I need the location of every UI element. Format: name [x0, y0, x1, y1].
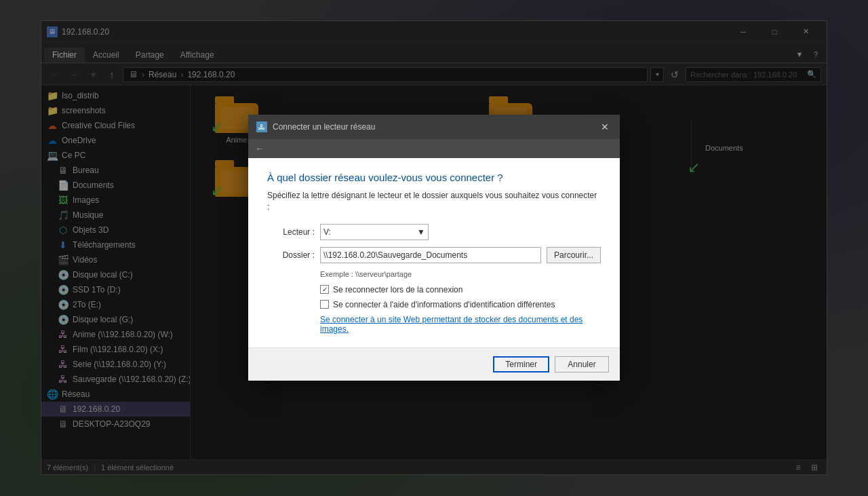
select-chevron-icon: ▼ [417, 227, 425, 237]
lecteur-select[interactable]: V: ▼ [320, 224, 429, 240]
checkbox1-label: Se reconnecter lors de la connexion [333, 285, 462, 294]
dialog-heading: À quel dossier réseau voulez-vous vous c… [267, 172, 601, 183]
dialog-back-button[interactable]: ← [254, 142, 266, 155]
explorer-window: 🖥 192.168.0.20 ─ □ ✕ Fichier Accueil Par… [41, 20, 827, 475]
parcourir-button[interactable]: Parcourir... [547, 247, 601, 263]
dialog-nav: ← [248, 139, 620, 158]
dialog-titlebar: 🖧 Connecter un lecteur réseau ✕ [248, 115, 620, 139]
checkbox1-row: Se reconnecter lors de la connexion [320, 285, 601, 294]
terminer-label: Terminer [505, 360, 537, 369]
terminer-button[interactable]: Terminer [493, 356, 549, 373]
dialog-overlay: 🖧 Connecter un lecteur réseau ✕ ← À quel… [41, 21, 827, 474]
dialog-close-button[interactable]: ✕ [598, 120, 612, 134]
dossier-value: \\192.168.0.20\Sauvegarde_Documents [323, 250, 467, 260]
lecteur-value: V: [323, 227, 331, 237]
dossier-input[interactable]: \\192.168.0.20\Sauvegarde_Documents [320, 247, 541, 263]
dialog-title-icon: 🖧 [256, 121, 267, 132]
parcourir-label: Parcourir... [554, 250, 593, 260]
example-text: Exemple : \\serveur\partage [320, 270, 601, 278]
checkbox2-label: Se connecter à l'aide d'informations d'i… [333, 300, 555, 309]
dossier-label: Dossier : [267, 250, 315, 260]
checkbox2-row: Se connecter à l'aide d'informations d'i… [320, 300, 601, 309]
annuler-label: Annuler [568, 360, 595, 369]
dialog-title: Connecter un lecteur réseau [273, 122, 593, 132]
credentials-checkbox[interactable] [320, 300, 329, 309]
annuler-button[interactable]: Annuler [555, 356, 609, 373]
dossier-row: Dossier : \\192.168.0.20\Sauvegarde_Docu… [267, 247, 601, 263]
lecteur-row: Lecteur : V: ▼ [267, 224, 601, 240]
web-storage-link[interactable]: Se connecter à un site Web permettant de… [320, 315, 601, 334]
lecteur-label: Lecteur : [267, 227, 315, 237]
reconnect-checkbox[interactable] [320, 285, 329, 294]
dialog-subtext: Spécifiez la lettre désignant le lecteur… [267, 190, 601, 213]
dialog-content: À quel dossier réseau voulez-vous vous c… [248, 158, 620, 347]
connect-drive-dialog: 🖧 Connecter un lecteur réseau ✕ ← À quel… [248, 115, 620, 381]
dialog-footer: Terminer Annuler [248, 347, 620, 381]
